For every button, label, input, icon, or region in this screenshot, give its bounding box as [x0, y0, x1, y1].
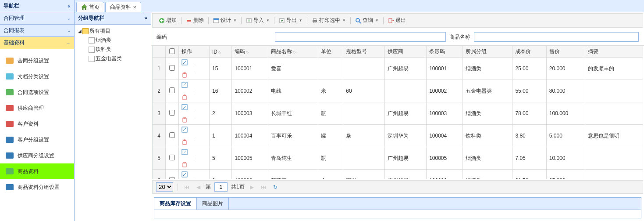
cell-id: 1 — [210, 125, 232, 147]
nav-item[interactable]: 商品资料 — [0, 163, 74, 179]
exit-icon — [388, 18, 394, 24]
tree-item[interactable]: 五金电器类 — [76, 54, 149, 63]
edit-icon[interactable] — [181, 104, 206, 110]
folder-icon — [82, 28, 89, 34]
nav-section-contract-report[interactable]: 合同报表 ⌄ — [0, 25, 74, 37]
row-checkbox[interactable] — [169, 132, 175, 138]
table-row[interactable]: 2 | 16100002电线米60100002五金电器类55.0080.000 — [153, 80, 643, 102]
chevron-down-icon: ⌄ — [67, 28, 71, 33]
tab-stock-settings[interactable]: 商品库存设置 — [154, 198, 197, 210]
delete-icon[interactable] — [181, 116, 206, 123]
nav-item-label: 合同分组设置 — [18, 57, 49, 65]
tree-root[interactable]: ◢ 所有项目 — [76, 26, 149, 36]
nav-item-icon — [4, 134, 15, 145]
add-button[interactable]: 增加 — [156, 15, 179, 25]
tree-item[interactable]: 饮料类 — [76, 45, 149, 54]
tab-product-image[interactable]: 商品图片 — [197, 198, 229, 210]
table-row[interactable]: 6 | 9100006芙蓉王盒五米广州超易100006烟酒类21.7025.00… — [153, 170, 643, 180]
filter-code-input[interactable] — [275, 32, 446, 42]
col-name[interactable]: 商品名称◇ — [268, 46, 318, 58]
nav-section-contract-mgmt[interactable]: 合同管理 ⌄ — [0, 12, 74, 25]
cell-cost: 55.00 — [512, 80, 546, 102]
tree-item[interactable]: 烟酒类 — [76, 36, 149, 45]
col-barcode[interactable]: 条形码 — [427, 46, 463, 58]
delete-icon[interactable] — [181, 72, 206, 78]
filter-code-label: 编码 — [157, 33, 167, 41]
cell-name: 芙蓉王 — [268, 170, 318, 180]
edit-icon[interactable] — [181, 127, 206, 133]
filter-name-input[interactable] — [474, 32, 639, 42]
nav-item[interactable]: 合同选项设置 — [0, 84, 74, 100]
col-unit[interactable]: 单位 — [318, 46, 343, 58]
svg-rect-4 — [6, 121, 14, 127]
edit-icon[interactable] — [181, 149, 206, 155]
nav-item[interactable]: 供应商分组设置 — [0, 148, 74, 163]
delete-icon[interactable] — [181, 139, 206, 145]
nav-item[interactable]: 文档分类设置 — [0, 69, 74, 84]
cell-cost: 7.05 — [512, 147, 546, 170]
col-op[interactable]: 操作 — [179, 46, 210, 58]
design-button[interactable]: 设计▼ — [210, 15, 239, 25]
edit-icon[interactable] — [181, 82, 206, 88]
exit-button[interactable]: 退出 — [385, 15, 409, 25]
row-checkbox[interactable] — [169, 155, 175, 160]
cell-unit: 盒 — [318, 170, 343, 180]
row-checkbox[interactable] — [169, 87, 175, 93]
nav-item-icon — [4, 119, 15, 129]
col-price[interactable]: 售价 — [546, 46, 585, 58]
next-page-button[interactable]: ▶ — [248, 184, 256, 190]
pager-prefix: 第 — [206, 183, 211, 191]
nav-item[interactable]: 合同分组设置 — [0, 53, 74, 69]
svg-rect-5 — [6, 137, 14, 143]
table-row[interactable]: 4 | 1100004百事可乐罐条深圳华为100004饮料类3.805.000意… — [153, 125, 643, 147]
nav-item[interactable]: 供应商管理 — [0, 100, 74, 116]
table-row[interactable]: 3 | 2100003长城干红瓶广州超易100003烟酒类78.00100.00… — [153, 102, 643, 125]
delete-icon[interactable] — [181, 161, 206, 167]
nav-item[interactable]: 客户资料 — [0, 116, 74, 132]
row-checkbox[interactable] — [169, 110, 175, 116]
cell-barcode: 100006 — [427, 170, 463, 180]
row-checkbox[interactable] — [169, 65, 175, 71]
export-button[interactable]: 导出▼ — [276, 15, 305, 25]
page-size-select[interactable]: 20 — [156, 182, 173, 192]
collapse-left-icon[interactable]: « — [68, 3, 71, 9]
delete-icon[interactable] — [181, 94, 206, 100]
last-page-button[interactable]: ⏭ — [259, 184, 268, 190]
col-group[interactable]: 所属分组 — [463, 46, 512, 58]
col-summary[interactable]: 摘要 — [585, 46, 643, 58]
expand-icon[interactable]: ◢ — [78, 29, 82, 33]
first-page-button[interactable]: ⏮ — [182, 184, 191, 190]
table-row[interactable]: 1 | 15100001爱喜广州超易100001烟酒类25.0020.000的发… — [153, 58, 643, 80]
cell-group: 烟酒类 — [463, 58, 512, 80]
query-button[interactable]: 查询▼ — [352, 15, 381, 25]
delete-button[interactable]: 删除 — [183, 15, 206, 25]
select-all-checkbox[interactable] — [169, 48, 175, 54]
col-id[interactable]: ID◇ — [210, 46, 232, 58]
row-checkbox[interactable] — [169, 177, 175, 179]
table-row[interactable]: 5 | 5100005青岛纯生瓶广州超易100005烟酒类7.0510.000 — [153, 147, 643, 170]
edit-icon[interactable] — [181, 171, 206, 178]
page-input[interactable] — [214, 182, 228, 192]
prev-page-button[interactable]: ◀ — [195, 184, 202, 190]
edit-icon[interactable] — [181, 59, 206, 65]
nav-item[interactable]: 客户分组设置 — [0, 132, 74, 148]
col-spec[interactable]: 规格型号 — [343, 46, 385, 58]
cell-cost: 3.80 — [512, 125, 546, 147]
print-button[interactable]: 打印选中▼ — [309, 15, 349, 25]
close-icon[interactable]: ✕ — [133, 5, 136, 10]
refresh-button[interactable]: ↻ — [271, 184, 279, 190]
svg-point-18 — [356, 18, 359, 22]
nav-item[interactable]: 商品资料分组设置 — [0, 179, 74, 195]
col-supplier[interactable]: 供应商 — [385, 46, 427, 58]
nav-section-base-data[interactable]: 基础资料 ︿ — [0, 37, 74, 49]
tree-item-label: 五金电器类 — [96, 55, 122, 62]
tab-home[interactable]: 首页 — [76, 2, 104, 12]
collapse-tree-icon[interactable]: « — [144, 14, 147, 22]
col-code[interactable]: 编码◇ — [232, 46, 268, 58]
cell-name: 电线 — [268, 80, 318, 102]
import-button[interactable]: 导入▼ — [243, 15, 272, 25]
tab-product[interactable]: 商品资料 ✕ — [105, 2, 141, 12]
cell-id: 5 — [210, 147, 232, 170]
col-cost[interactable]: 成本价 — [512, 46, 546, 58]
svg-rect-10 — [187, 20, 191, 22]
